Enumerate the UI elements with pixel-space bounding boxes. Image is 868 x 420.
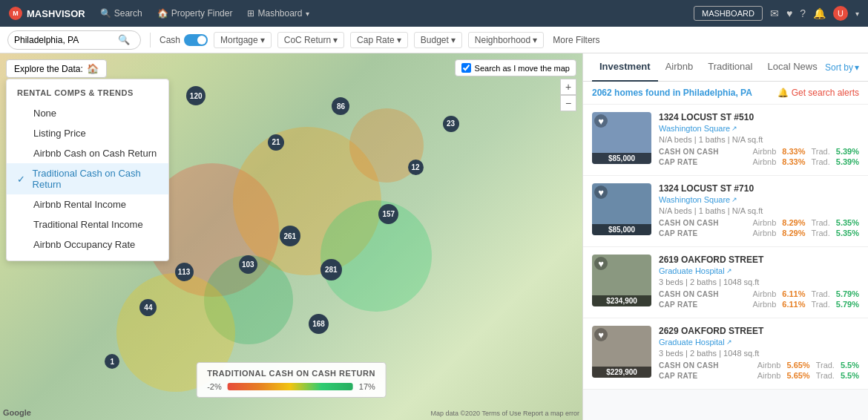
tab-airbnb[interactable]: Airbnb: [658, 53, 701, 82]
listing-card[interactable]: ♥ $85,000 1324 LOCUST ST #710 Washington…: [583, 176, 868, 247]
divider: [150, 33, 151, 47]
listing-neighborhood[interactable]: Graduate Hospital ↗: [659, 338, 859, 347]
map-area: Explore the Data: 🏠 RENTAL COMPS & TREND…: [0, 53, 582, 420]
map-pin[interactable]: 103: [239, 255, 257, 274]
bell-icon[interactable]: 🔔: [813, 7, 826, 19]
listing-neighborhood[interactable]: Graduate Hospital ↗: [659, 266, 859, 275]
map-pin[interactable]: 1: [105, 354, 119, 369]
external-link-icon: ↗: [731, 196, 737, 203]
tab-investment[interactable]: Investment: [592, 53, 658, 82]
search-as-move-label: Search as I move the map: [475, 64, 570, 73]
tab-traditional[interactable]: Traditional: [700, 53, 760, 82]
coc-return-filter[interactable]: CoC Return ▾: [277, 32, 344, 48]
chevron-down-icon: ▾: [855, 62, 859, 73]
listing-neighborhood[interactable]: Washington Square ↗: [659, 195, 859, 204]
map-pin[interactable]: 113: [175, 263, 194, 281]
listing-price: $229,900: [592, 367, 651, 378]
google-logo: Google: [3, 408, 31, 417]
results-count: 2062 homes found in Philadelphia, PA: [592, 88, 752, 98]
map-pin[interactable]: 86: [332, 97, 349, 115]
cap-metric-values: Airbnb 5.65% Trad. 5.5%: [757, 371, 859, 380]
nav-property-finder[interactable]: 🏠 Property Finder: [157, 8, 233, 19]
rental-comps-dropdown: RENTAL COMPS & TRENDS None Listing Price…: [6, 79, 169, 261]
listing-card[interactable]: ♥ $234,900 2619 OAKFORD STREET Graduate …: [583, 247, 868, 318]
listing-metrics: CASH ON CASH Airbnb 6.11% Trad. 5.79% CA…: [659, 289, 859, 309]
dropdown-item-airbnb-rental[interactable]: Airbnb Rental Income: [7, 194, 168, 214]
explore-data-label: Explore the Data:: [14, 64, 83, 74]
home-icon: 🏠: [157, 8, 168, 19]
listing-card[interactable]: ♥ $85,000 1324 LOCUST ST #510 Washington…: [583, 105, 868, 176]
help-icon[interactable]: ?: [800, 7, 806, 19]
alert-button[interactable]: 🔔 Get search alerts: [777, 88, 859, 98]
map-pin[interactable]: 120: [186, 86, 206, 105]
chevron-down-icon: ▾: [333, 35, 338, 45]
listing-address: 2619 OAKFORD STREET: [659, 255, 859, 265]
search-icon: 🔍: [118, 34, 130, 45]
chevron-down-icon: ▾: [260, 35, 265, 45]
mortgage-filter[interactable]: Mortgage ▾: [214, 32, 272, 48]
legend-min: -2%: [207, 382, 222, 391]
listings-container: ♥ $85,000 1324 LOCUST ST #510 Washington…: [583, 105, 868, 420]
cap-metric-values: Airbnb 8.33% Trad. 5.39%: [753, 157, 859, 166]
dropdown-item-listing-price[interactable]: Listing Price: [7, 123, 168, 143]
logo[interactable]: M MASHVISOR: [9, 7, 85, 20]
coc-metric-row: CASH ON CASH Airbnb 8.33% Trad. 5.39%: [659, 147, 859, 156]
heart-button[interactable]: ♥: [594, 186, 608, 199]
listing-details: N/A beds | 1 baths | N/A sq.ft: [659, 135, 859, 144]
tab-local-news[interactable]: Local News: [760, 53, 824, 82]
location-search[interactable]: Philadelphia, PA 🔍: [7, 30, 141, 50]
external-link-icon: ↗: [726, 267, 732, 275]
message-icon[interactable]: ✉: [770, 7, 779, 19]
filter-bar: Philadelphia, PA 🔍 Cash Mortgage ▾ CoC R…: [0, 27, 868, 53]
map-pin[interactable]: 281: [320, 259, 342, 280]
dropdown-header: RENTAL COMPS & TRENDS: [7, 85, 168, 103]
heart-button[interactable]: ♥: [594, 114, 608, 128]
user-icon[interactable]: U: [833, 6, 848, 21]
listing-card[interactable]: ♥ $229,900 2629 OAKFORD STREET Graduate …: [583, 318, 868, 390]
heart-button[interactable]: ♥: [594, 257, 608, 270]
map-pin[interactable]: 12: [408, 160, 424, 175]
nav-mashboard[interactable]: ⊞ Mashboard ▾: [247, 8, 309, 19]
dropdown-item-trad-coc[interactable]: ✓ Traditional Cash on Cash Return: [7, 163, 168, 194]
cap-rate-row: CAP RATE Airbnb 6.11% Trad. 5.79%: [659, 300, 859, 309]
cash-toggle-pill[interactable]: [184, 34, 208, 46]
dropdown-item-airbnb-coc[interactable]: Airbnb Cash on Cash Return: [7, 143, 168, 163]
map-zoom-controls: + −: [560, 79, 576, 111]
heart-icon[interactable]: ♥: [786, 7, 792, 19]
listing-info: 1324 LOCUST ST #710 Washington Square ↗ …: [659, 183, 859, 239]
toggle-dot: [197, 36, 206, 45]
cap-rate-filter[interactable]: Cap Rate ▾: [350, 32, 408, 48]
search-as-move-checkbox[interactable]: Search as I move the map: [455, 59, 576, 76]
map-attribution: Map data ©2020 Terms of Use Report a map…: [430, 410, 579, 417]
neighborhood-filter[interactable]: Neighborhood ▾: [468, 32, 544, 48]
heart-button[interactable]: ♥: [594, 328, 608, 341]
gradient-bar: [228, 383, 353, 390]
zoom-in-button[interactable]: +: [560, 79, 576, 95]
check-icon: ✓: [17, 174, 27, 185]
budget-filter[interactable]: Budget ▾: [414, 32, 462, 48]
dropdown-item-airbnb-occupancy[interactable]: Airbnb Occupancy Rate: [7, 234, 168, 255]
dropdown-item-trad-rental[interactable]: Traditional Rental Income: [7, 214, 168, 234]
map-pin[interactable]: 157: [378, 204, 398, 224]
explore-data-button[interactable]: Explore the Data: 🏠: [6, 59, 107, 78]
cash-toggle[interactable]: Cash: [160, 34, 208, 46]
sort-by-button[interactable]: Sort by ▾: [825, 62, 859, 73]
nav-search[interactable]: 🔍 Search: [100, 8, 142, 19]
external-link-icon: ↗: [726, 338, 732, 346]
listing-price: $85,000: [592, 153, 651, 164]
listing-neighborhood[interactable]: Washington Square ↗: [659, 124, 859, 133]
map-pin[interactable]: 21: [268, 134, 284, 151]
search-as-move-input[interactable]: [461, 63, 471, 73]
dropdown-item-none[interactable]: None: [7, 103, 168, 123]
map-pin[interactable]: 168: [309, 314, 329, 334]
zoom-out-button[interactable]: −: [560, 95, 576, 111]
map-background[interactable]: Explore the Data: 🏠 RENTAL COMPS & TREND…: [0, 53, 582, 420]
map-pin[interactable]: 261: [280, 226, 300, 246]
more-filters-link[interactable]: More Filters: [553, 35, 599, 45]
listing-details: 3 beds | 2 baths | 1048 sq.ft: [659, 349, 859, 358]
chevron-down-icon-user[interactable]: ▾: [855, 10, 859, 18]
mashboard-button[interactable]: MASHBOARD: [694, 6, 763, 21]
map-pin[interactable]: 23: [443, 116, 459, 132]
metric-values: Airbnb 6.11% Trad. 5.79%: [753, 289, 859, 298]
location-input[interactable]: Philadelphia, PA: [14, 35, 118, 45]
